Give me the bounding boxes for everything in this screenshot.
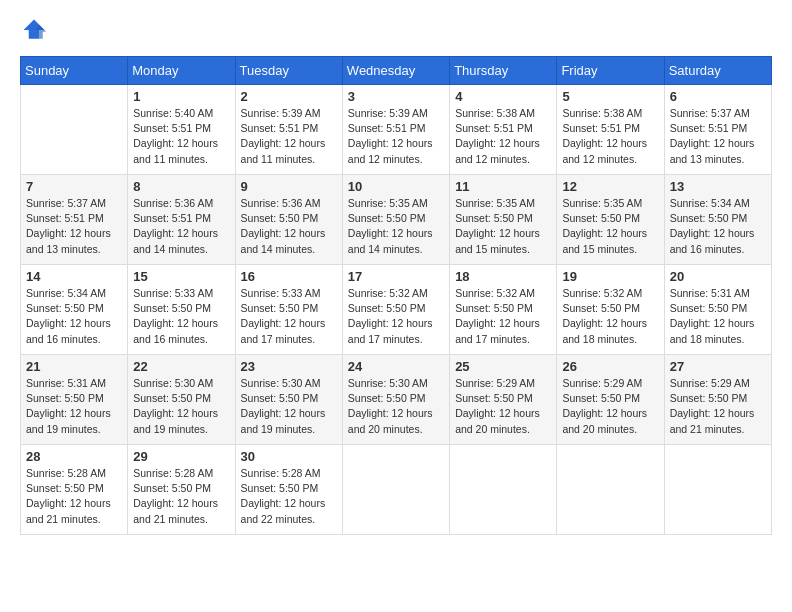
day-detail: Sunrise: 5:35 AMSunset: 5:50 PMDaylight:… — [348, 196, 444, 257]
calendar-cell — [342, 445, 449, 535]
day-detail: Sunrise: 5:39 AMSunset: 5:51 PMDaylight:… — [348, 106, 444, 167]
day-number: 6 — [670, 89, 766, 104]
calendar-cell: 22Sunrise: 5:30 AMSunset: 5:50 PMDayligh… — [128, 355, 235, 445]
day-detail: Sunrise: 5:28 AMSunset: 5:50 PMDaylight:… — [241, 466, 337, 527]
calendar-cell: 19Sunrise: 5:32 AMSunset: 5:50 PMDayligh… — [557, 265, 664, 355]
calendar-cell: 27Sunrise: 5:29 AMSunset: 5:50 PMDayligh… — [664, 355, 771, 445]
day-detail: Sunrise: 5:37 AMSunset: 5:51 PMDaylight:… — [670, 106, 766, 167]
day-detail: Sunrise: 5:30 AMSunset: 5:50 PMDaylight:… — [241, 376, 337, 437]
day-number: 4 — [455, 89, 551, 104]
day-number: 11 — [455, 179, 551, 194]
calendar-cell: 15Sunrise: 5:33 AMSunset: 5:50 PMDayligh… — [128, 265, 235, 355]
day-detail: Sunrise: 5:38 AMSunset: 5:51 PMDaylight:… — [562, 106, 658, 167]
day-number: 9 — [241, 179, 337, 194]
calendar-cell — [21, 85, 128, 175]
day-number: 23 — [241, 359, 337, 374]
header — [20, 16, 772, 44]
column-header-tuesday: Tuesday — [235, 57, 342, 85]
day-number: 28 — [26, 449, 122, 464]
week-row-2: 7Sunrise: 5:37 AMSunset: 5:51 PMDaylight… — [21, 175, 772, 265]
day-number: 22 — [133, 359, 229, 374]
column-header-sunday: Sunday — [21, 57, 128, 85]
calendar-cell: 24Sunrise: 5:30 AMSunset: 5:50 PMDayligh… — [342, 355, 449, 445]
day-number: 21 — [26, 359, 122, 374]
calendar-cell: 4Sunrise: 5:38 AMSunset: 5:51 PMDaylight… — [450, 85, 557, 175]
day-number: 25 — [455, 359, 551, 374]
day-detail: Sunrise: 5:39 AMSunset: 5:51 PMDaylight:… — [241, 106, 337, 167]
day-number: 24 — [348, 359, 444, 374]
column-header-saturday: Saturday — [664, 57, 771, 85]
day-detail: Sunrise: 5:38 AMSunset: 5:51 PMDaylight:… — [455, 106, 551, 167]
day-detail: Sunrise: 5:29 AMSunset: 5:50 PMDaylight:… — [562, 376, 658, 437]
week-row-1: 1Sunrise: 5:40 AMSunset: 5:51 PMDaylight… — [21, 85, 772, 175]
calendar: SundayMondayTuesdayWednesdayThursdayFrid… — [20, 56, 772, 535]
day-detail: Sunrise: 5:31 AMSunset: 5:50 PMDaylight:… — [670, 286, 766, 347]
calendar-cell: 11Sunrise: 5:35 AMSunset: 5:50 PMDayligh… — [450, 175, 557, 265]
day-number: 2 — [241, 89, 337, 104]
day-detail: Sunrise: 5:33 AMSunset: 5:50 PMDaylight:… — [133, 286, 229, 347]
calendar-cell: 12Sunrise: 5:35 AMSunset: 5:50 PMDayligh… — [557, 175, 664, 265]
calendar-cell: 16Sunrise: 5:33 AMSunset: 5:50 PMDayligh… — [235, 265, 342, 355]
week-row-5: 28Sunrise: 5:28 AMSunset: 5:50 PMDayligh… — [21, 445, 772, 535]
calendar-cell: 1Sunrise: 5:40 AMSunset: 5:51 PMDaylight… — [128, 85, 235, 175]
calendar-cell: 9Sunrise: 5:36 AMSunset: 5:50 PMDaylight… — [235, 175, 342, 265]
calendar-cell — [450, 445, 557, 535]
day-detail: Sunrise: 5:35 AMSunset: 5:50 PMDaylight:… — [455, 196, 551, 257]
calendar-cell: 23Sunrise: 5:30 AMSunset: 5:50 PMDayligh… — [235, 355, 342, 445]
day-number: 12 — [562, 179, 658, 194]
day-detail: Sunrise: 5:32 AMSunset: 5:50 PMDaylight:… — [455, 286, 551, 347]
column-header-monday: Monday — [128, 57, 235, 85]
day-detail: Sunrise: 5:36 AMSunset: 5:51 PMDaylight:… — [133, 196, 229, 257]
calendar-cell: 6Sunrise: 5:37 AMSunset: 5:51 PMDaylight… — [664, 85, 771, 175]
logo-icon — [20, 16, 48, 44]
calendar-cell: 7Sunrise: 5:37 AMSunset: 5:51 PMDaylight… — [21, 175, 128, 265]
day-number: 20 — [670, 269, 766, 284]
day-detail: Sunrise: 5:30 AMSunset: 5:50 PMDaylight:… — [133, 376, 229, 437]
calendar-cell: 20Sunrise: 5:31 AMSunset: 5:50 PMDayligh… — [664, 265, 771, 355]
day-number: 15 — [133, 269, 229, 284]
calendar-cell: 2Sunrise: 5:39 AMSunset: 5:51 PMDaylight… — [235, 85, 342, 175]
week-row-3: 14Sunrise: 5:34 AMSunset: 5:50 PMDayligh… — [21, 265, 772, 355]
day-detail: Sunrise: 5:32 AMSunset: 5:50 PMDaylight:… — [562, 286, 658, 347]
day-detail: Sunrise: 5:30 AMSunset: 5:50 PMDaylight:… — [348, 376, 444, 437]
day-number: 18 — [455, 269, 551, 284]
calendar-cell: 21Sunrise: 5:31 AMSunset: 5:50 PMDayligh… — [21, 355, 128, 445]
day-detail: Sunrise: 5:40 AMSunset: 5:51 PMDaylight:… — [133, 106, 229, 167]
calendar-cell: 26Sunrise: 5:29 AMSunset: 5:50 PMDayligh… — [557, 355, 664, 445]
day-detail: Sunrise: 5:36 AMSunset: 5:50 PMDaylight:… — [241, 196, 337, 257]
day-detail: Sunrise: 5:32 AMSunset: 5:50 PMDaylight:… — [348, 286, 444, 347]
calendar-cell: 8Sunrise: 5:36 AMSunset: 5:51 PMDaylight… — [128, 175, 235, 265]
week-row-4: 21Sunrise: 5:31 AMSunset: 5:50 PMDayligh… — [21, 355, 772, 445]
day-number: 1 — [133, 89, 229, 104]
calendar-cell: 30Sunrise: 5:28 AMSunset: 5:50 PMDayligh… — [235, 445, 342, 535]
calendar-cell — [557, 445, 664, 535]
day-number: 8 — [133, 179, 229, 194]
day-number: 13 — [670, 179, 766, 194]
calendar-cell — [664, 445, 771, 535]
calendar-cell: 3Sunrise: 5:39 AMSunset: 5:51 PMDaylight… — [342, 85, 449, 175]
calendar-cell: 29Sunrise: 5:28 AMSunset: 5:50 PMDayligh… — [128, 445, 235, 535]
calendar-cell: 5Sunrise: 5:38 AMSunset: 5:51 PMDaylight… — [557, 85, 664, 175]
day-number: 29 — [133, 449, 229, 464]
calendar-header-row: SundayMondayTuesdayWednesdayThursdayFrid… — [21, 57, 772, 85]
calendar-cell: 13Sunrise: 5:34 AMSunset: 5:50 PMDayligh… — [664, 175, 771, 265]
column-header-friday: Friday — [557, 57, 664, 85]
column-header-wednesday: Wednesday — [342, 57, 449, 85]
day-number: 14 — [26, 269, 122, 284]
day-detail: Sunrise: 5:29 AMSunset: 5:50 PMDaylight:… — [670, 376, 766, 437]
day-number: 26 — [562, 359, 658, 374]
day-detail: Sunrise: 5:34 AMSunset: 5:50 PMDaylight:… — [670, 196, 766, 257]
day-detail: Sunrise: 5:34 AMSunset: 5:50 PMDaylight:… — [26, 286, 122, 347]
day-number: 7 — [26, 179, 122, 194]
day-detail: Sunrise: 5:37 AMSunset: 5:51 PMDaylight:… — [26, 196, 122, 257]
calendar-cell: 14Sunrise: 5:34 AMSunset: 5:50 PMDayligh… — [21, 265, 128, 355]
day-number: 27 — [670, 359, 766, 374]
day-number: 19 — [562, 269, 658, 284]
day-detail: Sunrise: 5:29 AMSunset: 5:50 PMDaylight:… — [455, 376, 551, 437]
day-detail: Sunrise: 5:28 AMSunset: 5:50 PMDaylight:… — [26, 466, 122, 527]
column-header-thursday: Thursday — [450, 57, 557, 85]
day-detail: Sunrise: 5:28 AMSunset: 5:50 PMDaylight:… — [133, 466, 229, 527]
day-number: 3 — [348, 89, 444, 104]
calendar-cell: 28Sunrise: 5:28 AMSunset: 5:50 PMDayligh… — [21, 445, 128, 535]
calendar-cell: 18Sunrise: 5:32 AMSunset: 5:50 PMDayligh… — [450, 265, 557, 355]
